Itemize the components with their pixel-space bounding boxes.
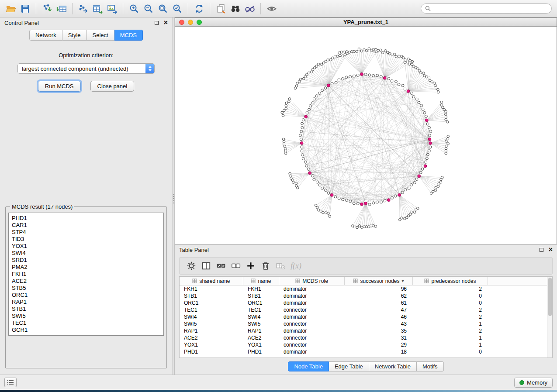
network-node[interactable] [398, 83, 400, 86]
network-node[interactable] [426, 157, 428, 160]
network-node[interactable] [365, 49, 368, 52]
save-session-button[interactable] [18, 2, 32, 15]
network-node[interactable] [365, 226, 368, 228]
network-node[interactable] [439, 178, 442, 181]
network-node[interactable] [436, 88, 439, 91]
network-node[interactable] [428, 77, 430, 79]
network-node[interactable] [420, 104, 423, 107]
network-node[interactable] [306, 112, 308, 114]
network-node[interactable] [320, 210, 322, 213]
network-node[interactable] [444, 113, 447, 116]
network-node[interactable] [381, 52, 384, 54]
network-node[interactable] [401, 191, 404, 194]
network-node[interactable] [404, 88, 406, 90]
table-scrollbar[interactable] [547, 277, 552, 358]
network-node[interactable] [284, 150, 287, 152]
network-node[interactable] [358, 48, 360, 51]
network-node[interactable] [445, 110, 447, 113]
network-node[interactable] [394, 195, 397, 197]
network-node[interactable] [310, 71, 313, 73]
network-window-titlebar[interactable]: YPA_prune.txt_1 [175, 18, 557, 27]
network-node[interactable] [311, 175, 314, 177]
mcds-dominator-node[interactable] [304, 115, 308, 118]
table-row[interactable]: SWI4SWI4dominator462 [180, 313, 552, 320]
mcds-result-item[interactable]: RAP1 [12, 299, 160, 306]
zoom-out-button[interactable] [141, 2, 156, 15]
network-node[interactable] [425, 161, 427, 163]
network-node[interactable] [372, 224, 375, 227]
network-node[interactable] [329, 215, 331, 218]
network-node[interactable] [324, 189, 327, 192]
network-node[interactable] [313, 98, 315, 100]
mcds-result-item[interactable]: STB5 [12, 285, 160, 292]
mcds-result-item[interactable]: STB1 [12, 306, 160, 313]
network-node[interactable] [285, 107, 287, 110]
mcds-result-list[interactable]: PHD1CAR1STP4TID3YOX1SWI4SRD1PMA2FKH1ACE2… [8, 213, 164, 336]
network-node[interactable] [340, 51, 343, 53]
network-node[interactable] [344, 54, 346, 56]
network-node[interactable] [426, 153, 429, 156]
network-node[interactable] [327, 59, 329, 62]
panel-splitter[interactable] [172, 17, 175, 375]
network-node[interactable] [301, 150, 303, 152]
network-node[interactable] [308, 108, 311, 111]
mcds-result-item[interactable]: PMA2 [12, 264, 160, 271]
show-columns-button[interactable] [200, 260, 213, 272]
mcds-dominator-node[interactable] [330, 193, 333, 196]
window-maximize-icon[interactable] [197, 20, 202, 25]
network-node[interactable] [429, 146, 432, 148]
network-node[interactable] [302, 157, 304, 160]
network-node[interactable] [407, 61, 409, 63]
network-node[interactable] [285, 102, 288, 104]
mcds-result-item[interactable]: SWI4 [12, 250, 160, 257]
mcds-dominator-node[interactable] [364, 202, 367, 205]
network-node[interactable] [430, 192, 432, 195]
network-node[interactable] [415, 98, 418, 100]
network-node[interactable] [364, 73, 367, 76]
network-node[interactable] [292, 181, 295, 184]
column-header-MCDS-role[interactable]: MCDS role [279, 277, 345, 285]
network-node[interactable] [423, 111, 426, 114]
task-history-button[interactable] [4, 378, 17, 387]
show-graphics-details-button[interactable] [242, 2, 257, 15]
mcds-dominator-node[interactable] [418, 175, 421, 178]
run-mcds-button[interactable]: Run MCDS [38, 81, 81, 92]
network-node[interactable] [394, 80, 397, 83]
network-node[interactable] [410, 183, 412, 186]
mcds-dominator-node[interactable] [429, 142, 432, 145]
tab-style[interactable]: Style [62, 30, 87, 41]
network-node[interactable] [321, 89, 324, 92]
network-node[interactable] [363, 226, 366, 228]
copy-network-view-button[interactable] [214, 2, 228, 15]
network-node[interactable] [339, 54, 341, 57]
table-settings-button[interactable] [185, 260, 198, 272]
network-node[interactable] [419, 72, 422, 74]
table-row[interactable]: TEC1TEC1connector472 [180, 306, 552, 313]
network-node[interactable] [404, 189, 407, 191]
network-node[interactable] [395, 55, 398, 58]
network-node[interactable] [353, 75, 355, 77]
mcds-result-item[interactable]: TEC1 [12, 320, 160, 327]
network-node[interactable] [341, 78, 344, 80]
network-node[interactable] [402, 57, 405, 59]
network-node[interactable] [345, 199, 348, 202]
mcds-dominator-node[interactable] [300, 141, 303, 144]
network-node[interactable] [308, 72, 310, 74]
network-node[interactable] [283, 109, 286, 112]
network-node[interactable] [440, 104, 443, 107]
network-node[interactable] [302, 119, 304, 121]
network-canvas[interactable] [175, 27, 557, 244]
import-table-button[interactable] [54, 2, 69, 15]
network-node[interactable] [372, 74, 375, 77]
network-node[interactable] [428, 150, 430, 152]
close-panel-button[interactable]: Close panel [90, 81, 135, 92]
network-node[interactable] [305, 165, 308, 167]
mcds-dominator-node[interactable] [407, 89, 410, 93]
network-node[interactable] [360, 226, 363, 229]
network-node[interactable] [283, 143, 285, 145]
network-node[interactable] [290, 177, 293, 180]
network-node[interactable] [437, 185, 439, 188]
network-node[interactable] [372, 48, 375, 51]
network-node[interactable] [398, 55, 400, 58]
network-node[interactable] [289, 172, 291, 175]
